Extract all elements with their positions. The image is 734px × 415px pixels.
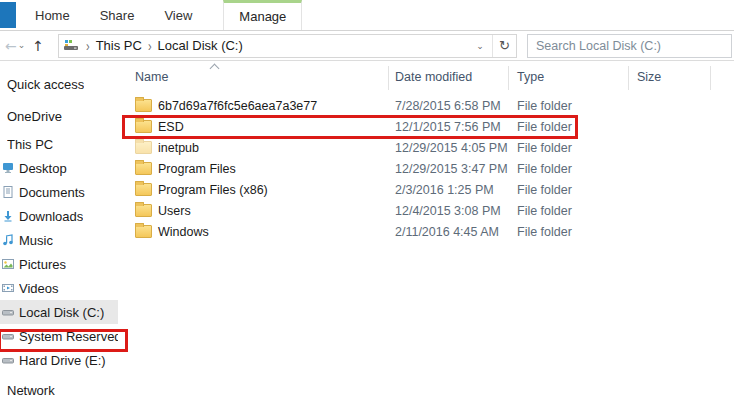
- folder-icon: [135, 204, 152, 217]
- folder-icon: [135, 183, 152, 196]
- column-divider[interactable]: [628, 66, 629, 90]
- column-header-size[interactable]: Size: [637, 70, 661, 84]
- sidebar-item-desktop[interactable]: Desktop: [0, 156, 118, 180]
- sidebar-item-quick-access[interactable]: Quick access: [0, 72, 118, 96]
- tab-home[interactable]: Home: [20, 0, 85, 30]
- file-list-pane: Name Date modified Type Size 6b7d69a7f6f…: [118, 62, 734, 415]
- sidebar-item-music[interactable]: Music: [0, 228, 118, 252]
- address-bar[interactable]: › This PC › Local Disk (C:) ⌄ ↻: [58, 34, 517, 58]
- column-divider[interactable]: [710, 66, 711, 90]
- desktop-icon: [2, 162, 14, 174]
- sidebar-item-system-reserved-d[interactable]: System Reserved (D: [0, 324, 118, 348]
- table-row[interactable]: 6b7d69a7f6fc5e6aea7a3e77 7/28/2015 6:58 …: [118, 95, 734, 116]
- history-chevron-down-icon[interactable]: ⌄: [18, 41, 26, 50]
- sort-ascending-icon: [210, 64, 220, 74]
- tab-view[interactable]: View: [149, 0, 207, 30]
- tab-manage[interactable]: Manage: [223, 0, 302, 30]
- folder-icon: [135, 162, 152, 175]
- breadcrumb-separator-icon: ›: [86, 38, 90, 54]
- column-headers: Name Date modified Type Size: [118, 62, 734, 92]
- sidebar-item-local-disk-c[interactable]: Local Disk (C:): [0, 300, 118, 324]
- ribbon-tabs: Home Share View Manage: [20, 0, 302, 30]
- explorer-content: Quick access OneDrive This PC Desktop Do…: [0, 62, 734, 415]
- sidebar-item-downloads[interactable]: Downloads: [0, 204, 118, 228]
- picture-icon: [2, 258, 14, 270]
- column-header-date-modified[interactable]: Date modified: [395, 70, 472, 84]
- column-header-type[interactable]: Type: [517, 70, 544, 84]
- drive-icon: [2, 330, 14, 342]
- sidebar-item-onedrive[interactable]: OneDrive: [0, 104, 118, 128]
- folder-icon: [135, 99, 152, 112]
- refresh-icon[interactable]: ↻: [492, 35, 516, 57]
- folder-icon: [135, 141, 152, 154]
- sidebar-item-this-pc[interactable]: This PC: [0, 132, 118, 156]
- search-input[interactable]: [528, 39, 731, 53]
- breadcrumb-local-disk-c[interactable]: Local Disk (C:): [158, 38, 243, 53]
- table-row[interactable]: Program Files (x86) 2/3/2016 1:25 PM Fil…: [118, 179, 734, 200]
- up-icon[interactable]: ↑: [32, 39, 44, 53]
- table-row[interactable]: Program Files 12/29/2015 3:47 PM File fo…: [118, 158, 734, 179]
- column-divider[interactable]: [388, 66, 389, 90]
- breadcrumb-separator-icon: ›: [148, 38, 152, 54]
- breadcrumb-this-pc[interactable]: This PC: [96, 38, 142, 53]
- address-dropdown-chevron-icon[interactable]: ⌄: [468, 35, 492, 57]
- sidebar-item-pictures[interactable]: Pictures: [0, 252, 118, 276]
- sidebar-item-hard-drive-e[interactable]: Hard Drive (E:): [0, 348, 118, 372]
- file-explorer-window: { "theme":{"red":"#dc1b17","green":"#a9d…: [0, 0, 734, 415]
- file-rows: 6b7d69a7f6fc5e6aea7a3e77 7/28/2015 6:58 …: [118, 92, 734, 242]
- breadcrumb: › This PC › Local Disk (C:): [59, 38, 468, 53]
- drive-icon: [2, 306, 14, 318]
- back-icon[interactable]: ←: [5, 39, 17, 53]
- column-header-name[interactable]: Name: [135, 70, 168, 84]
- column-divider[interactable]: [508, 66, 509, 90]
- navigation-pane: Quick access OneDrive This PC Desktop Do…: [0, 62, 118, 415]
- sidebar-item-documents[interactable]: Documents: [0, 180, 118, 204]
- drive-location-icon: [64, 40, 80, 52]
- file-menu-button[interactable]: [0, 2, 16, 28]
- tab-share[interactable]: Share: [85, 0, 150, 30]
- music-note-icon: [2, 234, 14, 246]
- table-row[interactable]: Users 12/4/2015 3:08 PM File folder: [118, 200, 734, 221]
- folder-icon: [135, 120, 152, 133]
- sidebar-item-videos[interactable]: Videos: [0, 276, 118, 300]
- ribbon-tab-bar: Home Share View Manage: [0, 0, 734, 31]
- folder-icon: [135, 225, 152, 238]
- table-row[interactable]: Windows 2/11/2016 4:45 AM File folder: [118, 221, 734, 242]
- video-icon: [2, 282, 14, 294]
- drive-icon: [2, 354, 14, 366]
- table-row[interactable]: inetpub 12/29/2015 4:05 PM File folder: [118, 137, 734, 158]
- table-row-esd[interactable]: ESD 12/1/2015 7:56 PM File folder: [118, 116, 734, 137]
- search-box: [527, 34, 732, 58]
- nav-buttons: ← ⌄ ↑: [0, 39, 58, 53]
- document-icon: [2, 186, 14, 198]
- sidebar-item-network[interactable]: Network: [0, 378, 118, 402]
- download-arrow-icon: [2, 210, 14, 222]
- navigation-toolbar: ← ⌄ ↑ › This PC › Local Disk (C:) ⌄ ↻: [0, 31, 734, 61]
